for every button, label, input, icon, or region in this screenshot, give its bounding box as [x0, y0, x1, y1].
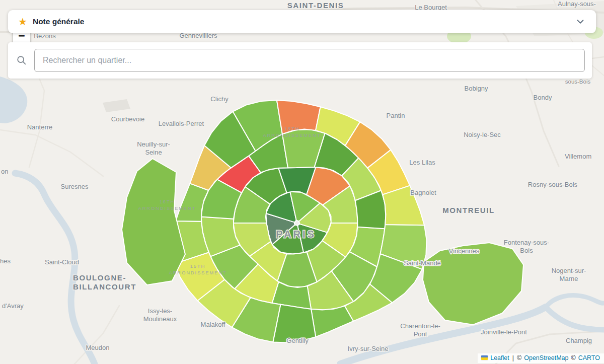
map-label: Aulnay-sous-	[558, 0, 596, 8]
map-label: Pantin	[387, 112, 405, 119]
map-label: Les Lilas	[409, 159, 435, 166]
map-label: SAINT-DENIS	[287, 1, 344, 10]
search-input[interactable]	[34, 49, 585, 72]
map-label: on	[1, 168, 8, 175]
map-label: 15TH	[190, 263, 205, 269]
map-label: hes	[0, 257, 11, 265]
carto-link[interactable]: CARTO	[578, 355, 600, 361]
map-label: ARRONDISSEMENT	[138, 205, 196, 211]
map-label: Pont	[414, 330, 427, 338]
map-label: Meudon	[86, 344, 110, 351]
map-label: Issy-les-	[148, 307, 172, 315]
map-label: Ivry-sur-Seine	[348, 345, 389, 352]
search-icon	[16, 55, 27, 66]
map-label: Noisy-le-Sec	[464, 131, 501, 138]
map-label: d'Avray	[2, 302, 24, 310]
map-label: BILLANCOURT	[73, 282, 136, 291]
map-label: ARRONDISSEMENT	[169, 270, 227, 275]
map-label: Bobigny	[465, 85, 488, 92]
map-label: Fontenay-sous-	[504, 239, 549, 246]
map-label: 16TH	[160, 199, 175, 204]
map-label: Saint-Mandé	[404, 259, 441, 267]
chevron-down-icon[interactable]	[575, 16, 586, 27]
ukraine-flag-icon	[481, 355, 488, 360]
map-label: Bois	[520, 247, 533, 254]
map-label: Clichy	[210, 95, 229, 103]
map-label: Seine	[145, 149, 162, 156]
map-label: ARRONDISSEMENT	[263, 132, 321, 138]
map-label: Rosny-sous-Bois	[528, 181, 578, 188]
map-label: Moulineaux	[143, 315, 177, 323]
carto-copyright: ©	[571, 355, 575, 361]
map-label: Bondy	[534, 94, 552, 101]
attribution-bar: Leaflet | © OpenStreetMap © CARTO	[478, 353, 604, 363]
map-label: Nogent-sur-	[552, 267, 586, 274]
map-label: Gentilly	[286, 337, 309, 344]
search-panel	[8, 42, 592, 79]
map-label: Malakoff	[201, 321, 225, 328]
osm-copyright: ©	[517, 355, 521, 361]
note-generale-panel-header[interactable]: ★ Note générale	[8, 10, 596, 33]
map-label: Bezons	[34, 32, 56, 40]
map-label: Charenton-le-	[400, 322, 440, 330]
map-label: Levallois-Perret	[159, 120, 204, 127]
map-label: Joinville-le-Pont	[481, 328, 527, 336]
leaflet-link[interactable]: Leaflet	[490, 355, 509, 361]
map-label: BOULOGNE-	[73, 273, 126, 282]
star-icon: ★	[18, 17, 27, 27]
map-label: PARIS	[276, 229, 316, 240]
map-label: Villemom	[565, 153, 591, 160]
map-label: Vincennes	[449, 247, 480, 255]
map-label: Neuilly-sur-	[137, 140, 170, 148]
map-label: Nanterre	[27, 123, 53, 131]
map-label: 18TH	[284, 126, 299, 131]
attribution-separator: |	[512, 355, 514, 361]
map-label: Bagnolet	[410, 189, 436, 196]
panel-title: Note générale	[33, 17, 85, 26]
map-label: Champig	[566, 337, 592, 344]
map-label: MONTREUIL	[442, 206, 495, 214]
map-label: Suresnes	[61, 183, 89, 190]
map-label: Saint-Cloud	[45, 258, 79, 266]
map-label: Marne	[560, 275, 578, 282]
map-label: Courbevoie	[111, 115, 145, 123]
openstreetmap-link[interactable]: OpenStreetMap	[524, 355, 568, 361]
map-application: SAINT-DENISLe BourgetAulnay-sous-BezonsG…	[0, 0, 604, 364]
map-label: sous-Bois	[565, 79, 591, 85]
